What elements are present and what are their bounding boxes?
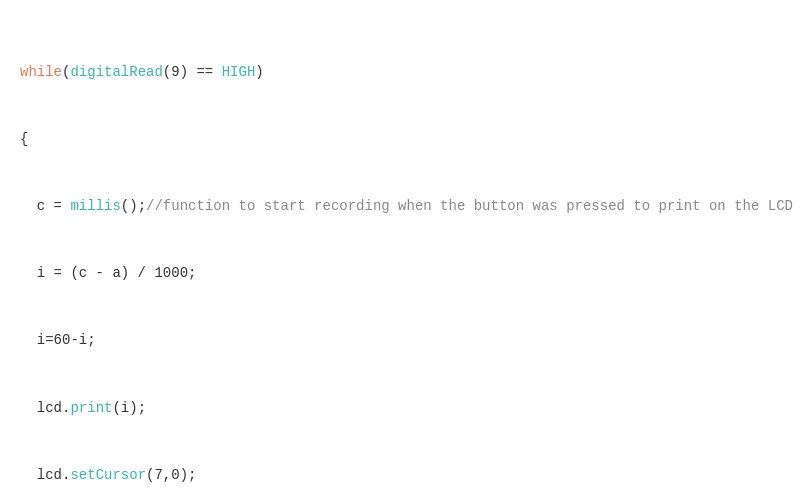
code-editor: while(digitalRead(9) == HIGH) { c = mill… [0,0,800,500]
code-line: while(digitalRead(9) == HIGH) [20,61,780,83]
code-line: c = millis();//function to start recordi… [20,195,780,217]
code-line: { [20,128,780,150]
code-line: i=60-i; [20,329,780,351]
code-line: lcd.print(i); [20,397,780,419]
code-line: i = (c - a) / 1000; [20,262,780,284]
code-line: lcd.setCursor(7,0); [20,464,780,486]
